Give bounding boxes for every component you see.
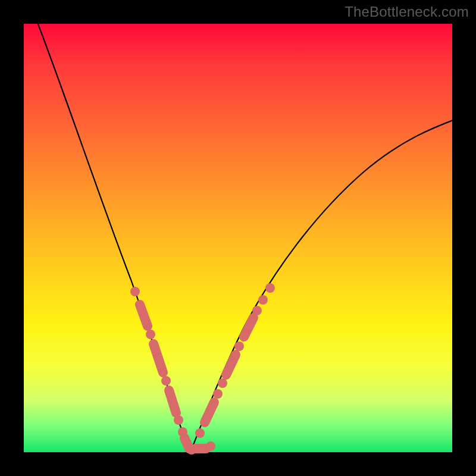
chart-frame: TheBottleneck.com [0, 0, 476, 476]
svg-point-11 [206, 441, 215, 451]
svg-point-19 [252, 306, 262, 315]
curve-layer [24, 24, 452, 452]
svg-point-0 [130, 287, 140, 296]
svg-line-1 [140, 305, 148, 326]
svg-point-12 [195, 428, 205, 438]
svg-point-20 [258, 295, 268, 305]
svg-line-5 [169, 390, 176, 413]
svg-line-18 [244, 318, 253, 337]
beads-right [195, 283, 275, 438]
watermark-text: TheBottleneck.com [345, 4, 469, 20]
svg-point-15 [218, 378, 227, 388]
svg-line-16 [226, 355, 236, 375]
svg-line-13 [205, 402, 214, 422]
svg-point-14 [213, 389, 223, 399]
svg-line-3 [154, 344, 163, 372]
plot-area [24, 24, 452, 452]
svg-point-17 [234, 342, 244, 351]
svg-point-2 [146, 330, 155, 339]
svg-point-21 [265, 283, 275, 293]
beads-left [130, 287, 189, 449]
svg-point-6 [174, 415, 183, 425]
svg-point-4 [161, 376, 171, 386]
curve-right [192, 116, 464, 449]
